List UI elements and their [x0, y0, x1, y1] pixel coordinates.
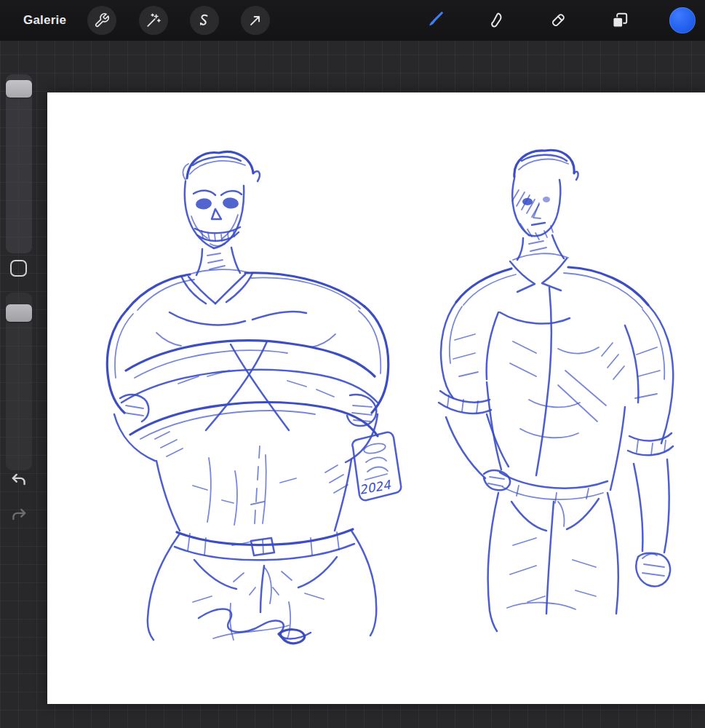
- redo-button[interactable]: [4, 502, 33, 529]
- transform-arrow-icon: [247, 12, 263, 28]
- wrench-icon: [94, 12, 110, 28]
- sketch-figure-right: [439, 150, 673, 631]
- sketch-artwork: 2024: [47, 92, 705, 704]
- gallery-button[interactable]: Galerie: [19, 0, 71, 41]
- redo-arrow-icon: [9, 507, 28, 525]
- drawing-canvas[interactable]: 2024: [47, 92, 705, 704]
- modify-button[interactable]: [10, 260, 27, 277]
- transform-button[interactable]: [241, 6, 270, 35]
- brush-size-slider[interactable]: [6, 74, 32, 253]
- undo-button[interactable]: [4, 467, 33, 494]
- layers-button[interactable]: [604, 4, 636, 36]
- smudge-tool-button[interactable]: [480, 4, 512, 36]
- smudge-finger-icon: [487, 11, 506, 30]
- selection-button[interactable]: [190, 6, 219, 35]
- paint-tool-button[interactable]: [418, 4, 450, 36]
- color-swatch[interactable]: [669, 7, 696, 33]
- top-toolbar: Galerie: [0, 0, 705, 41]
- erase-tool-button[interactable]: [542, 4, 574, 36]
- adjustments-button[interactable]: [139, 6, 168, 35]
- undo-arrow-icon: [9, 472, 28, 490]
- actions-button[interactable]: [87, 6, 116, 35]
- layers-icon: [610, 11, 629, 30]
- magic-wand-icon: [146, 12, 162, 28]
- sketch-signature: 2024: [352, 432, 401, 500]
- eraser-icon: [549, 11, 567, 30]
- selection-s-icon: [196, 12, 212, 28]
- brush-icon: [424, 10, 445, 31]
- sketch-figure-left: [107, 152, 388, 644]
- opacity-slider-handle[interactable]: [6, 304, 32, 322]
- procreate-workspace: Galerie: [0, 0, 705, 728]
- brush-size-slider-handle[interactable]: [6, 80, 32, 98]
